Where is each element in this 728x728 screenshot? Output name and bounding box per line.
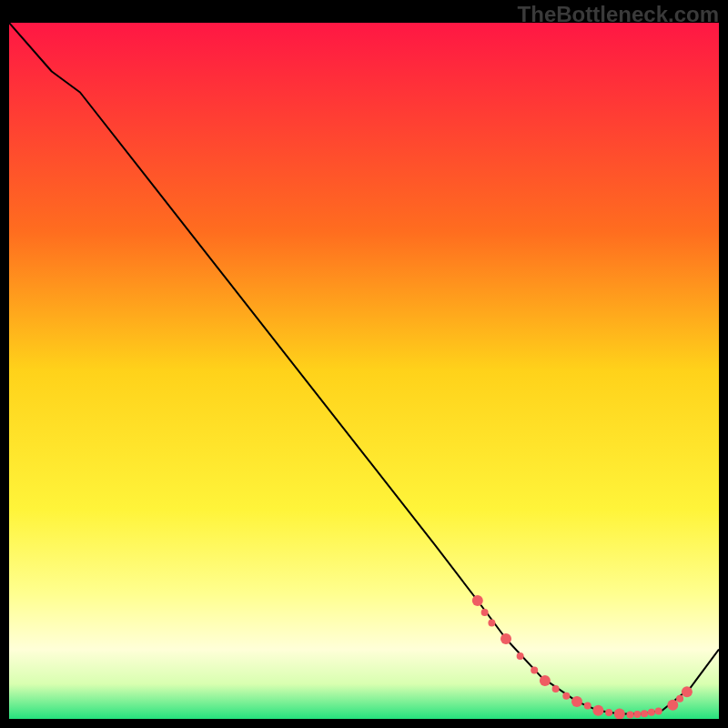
highlight-point	[571, 696, 582, 707]
highlight-point	[667, 700, 678, 711]
watermark-text: TheBottleneck.com	[518, 2, 719, 27]
highlight-point	[540, 675, 551, 686]
highlight-point	[584, 703, 592, 710]
highlight-point	[655, 708, 662, 715]
highlight-point	[562, 693, 570, 700]
highlight-point	[641, 710, 648, 717]
highlight-point	[500, 633, 511, 644]
highlight-point	[488, 619, 495, 626]
plot-canvas	[9, 23, 719, 719]
highlight-point	[517, 652, 524, 660]
highlight-point	[682, 686, 693, 697]
highlight-point	[481, 609, 489, 616]
highlight-point	[552, 685, 560, 693]
highlight-point	[605, 709, 612, 716]
highlight-point	[592, 705, 603, 716]
chart-svg	[9, 23, 719, 719]
chart-container: TheBottleneck.com	[0, 0, 728, 728]
highlight-point	[531, 667, 538, 674]
highlight-point	[627, 711, 634, 718]
highlight-point	[633, 711, 641, 718]
highlight-point	[472, 595, 483, 606]
highlight-point	[676, 695, 683, 703]
gradient-background	[9, 23, 719, 719]
highlight-point	[648, 709, 655, 716]
